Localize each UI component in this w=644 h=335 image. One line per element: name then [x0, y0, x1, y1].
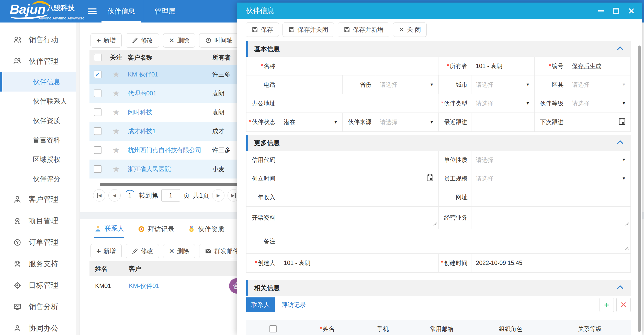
- star-icon[interactable]: ★: [112, 108, 120, 116]
- current-page[interactable]: 1: [124, 189, 136, 202]
- partner-link[interactable]: 闲时科技: [128, 109, 152, 116]
- related-delete-button[interactable]: ✕: [616, 298, 631, 312]
- district-select[interactable]: 请选择▼: [567, 75, 630, 94]
- star-icon[interactable]: ★: [112, 127, 120, 135]
- org-nature-select[interactable]: 请选择▼: [471, 151, 631, 169]
- calendar-icon[interactable]: [618, 117, 626, 127]
- delete-button[interactable]: ✕删除: [163, 33, 195, 48]
- province-select[interactable]: 请选择▼: [375, 75, 438, 94]
- sidebar-item-partner-management[interactable]: 伙伴管理: [0, 51, 79, 72]
- tab-visit-records[interactable]: 拜访记录: [138, 224, 174, 238]
- row-checkbox-checked[interactable]: ✓: [94, 71, 101, 78]
- partner-level-select[interactable]: 请选择▼: [567, 94, 630, 113]
- star-icon[interactable]: ★: [112, 89, 120, 97]
- save-new-button[interactable]: 保存并新增: [338, 23, 389, 37]
- save-close-button[interactable]: 保存并关闭: [283, 23, 334, 37]
- dialog-scrollbar[interactable]: [638, 46, 641, 332]
- hamburger-menu-icon[interactable]: [88, 7, 97, 15]
- page-input[interactable]: 1: [161, 189, 180, 202]
- partner-link[interactable]: 杭州西门点自科技有限公司: [128, 147, 201, 153]
- star-icon[interactable]: ★: [112, 70, 120, 79]
- resize-handle-icon[interactable]: [624, 245, 629, 252]
- row-checkbox[interactable]: [94, 146, 101, 154]
- remark-textarea[interactable]: [279, 229, 630, 253]
- first-page-button[interactable]: ◀: [93, 189, 105, 202]
- close-button[interactable]: ✕关 闭: [393, 23, 427, 37]
- next-page-button[interactable]: ▶: [212, 189, 224, 202]
- prev-page-button[interactable]: ◀: [108, 189, 121, 202]
- close-icon[interactable]: ×: [628, 6, 634, 16]
- app-screen: Bajun八骏科技 Anyone,Anytime,Anywhere! 伙伴信息 …: [0, 0, 644, 335]
- calendar-icon[interactable]: [426, 174, 434, 183]
- row-checkbox[interactable]: [94, 127, 101, 135]
- sidebar-item-order-management[interactable]: 订单管理: [0, 232, 79, 253]
- resize-handle-icon[interactable]: [432, 220, 437, 227]
- contact-edit-button[interactable]: 修改: [126, 244, 159, 258]
- next-follow-input[interactable]: [567, 113, 630, 131]
- sidebar-item-service-support[interactable]: 服务支持: [0, 253, 79, 275]
- tab-contacts[interactable]: 联系人: [94, 224, 124, 238]
- related-add-button[interactable]: ＋: [600, 298, 614, 312]
- timeline-button[interactable]: 时间轴: [199, 33, 239, 48]
- tab-partner-qualification[interactable]: 伙伴资质: [188, 224, 224, 238]
- sidebar-item-sales-action[interactable]: 销售行动: [0, 29, 79, 51]
- dialog-header[interactable]: 伙伴信息 ×: [237, 3, 642, 19]
- sidebar-item-region-authorization[interactable]: 区域授权: [0, 150, 79, 169]
- tab-partner-info[interactable]: 伙伴信息: [99, 0, 143, 23]
- partner-link[interactable]: 浙江省人民医院: [128, 165, 171, 172]
- partner-source-select[interactable]: 请选择▼: [375, 113, 438, 131]
- sidebar-item-target-management[interactable]: 目标管理: [0, 275, 79, 296]
- sidebar-item-partner-qualification[interactable]: 伙伴资质: [0, 111, 79, 130]
- tab-management[interactable]: 管理层: [143, 0, 187, 23]
- founded-time-input[interactable]: [279, 169, 438, 188]
- sidebar-item-project-management[interactable]: 项目管理: [0, 210, 79, 232]
- select-all-checkbox[interactable]: [94, 54, 101, 61]
- related-select-all-checkbox[interactable]: [269, 325, 277, 332]
- sidebar-item-first-camp-materials[interactable]: 首营资料: [0, 130, 79, 150]
- save-button[interactable]: 保存: [246, 23, 279, 37]
- business-textarea[interactable]: [471, 207, 631, 229]
- add-button[interactable]: +新增: [91, 33, 122, 48]
- resize-handle-icon[interactable]: [624, 220, 629, 227]
- star-icon[interactable]: ★: [112, 146, 120, 154]
- sidebar-item-partner-score[interactable]: 伙伴评分: [0, 169, 79, 189]
- related-tab-contacts[interactable]: 联系人: [246, 297, 275, 312]
- staff-size-select[interactable]: 请选择▼: [471, 169, 631, 188]
- sidebar-item-sales-analysis[interactable]: 销售分析: [0, 296, 79, 318]
- sidebar-item-customer-management[interactable]: 客户管理: [0, 189, 79, 210]
- chevron-down-icon: ▼: [622, 82, 626, 87]
- partner-link[interactable]: KM-伙伴01: [128, 71, 158, 78]
- owner-value[interactable]: 101 - 袁朗: [471, 57, 534, 75]
- partner-status-select[interactable]: 潜在▼: [279, 113, 342, 131]
- row-checkbox[interactable]: [94, 108, 101, 116]
- website-input[interactable]: [471, 188, 631, 206]
- customer-link[interactable]: KM-伙伴01: [129, 282, 159, 289]
- phone-input[interactable]: [279, 75, 342, 94]
- last-follow-input[interactable]: [471, 113, 535, 131]
- partner-type-select[interactable]: 请选择▼: [471, 94, 534, 113]
- address-input[interactable]: [279, 94, 438, 113]
- annual-revenue-input[interactable]: [279, 188, 438, 206]
- sidebar-item-partner-info[interactable]: 伙伴信息: [0, 72, 79, 92]
- collapse-chevron-icon[interactable]: [617, 285, 624, 291]
- contact-add-button[interactable]: +新增: [91, 244, 122, 258]
- edit-button[interactable]: 修改: [126, 33, 159, 48]
- row-checkbox[interactable]: [94, 165, 101, 173]
- name-input[interactable]: [279, 57, 438, 75]
- collapse-chevron-icon[interactable]: [617, 46, 624, 52]
- row-checkbox[interactable]: [94, 90, 101, 97]
- related-tab-visits[interactable]: 拜访记录: [281, 301, 306, 309]
- collapse-chevron-icon[interactable]: [617, 140, 624, 146]
- code-generate-link[interactable]: 保存后生成: [572, 62, 601, 70]
- sidebar-item-collaboration[interactable]: 协同办公: [0, 318, 79, 335]
- contact-delete-button[interactable]: ✕删除: [163, 244, 195, 258]
- star-icon[interactable]: ★: [112, 165, 120, 173]
- sidebar-item-partner-contacts[interactable]: 伙伴联系人: [0, 92, 79, 111]
- credit-code-input[interactable]: [279, 151, 438, 169]
- invoice-textarea[interactable]: [279, 207, 438, 229]
- partner-link[interactable]: 代理商001: [128, 90, 156, 97]
- maximize-icon[interactable]: [613, 8, 619, 14]
- partner-link[interactable]: 成才科技1: [128, 128, 156, 135]
- city-select[interactable]: 请选择▼: [471, 75, 535, 94]
- minimize-icon[interactable]: [598, 10, 604, 12]
